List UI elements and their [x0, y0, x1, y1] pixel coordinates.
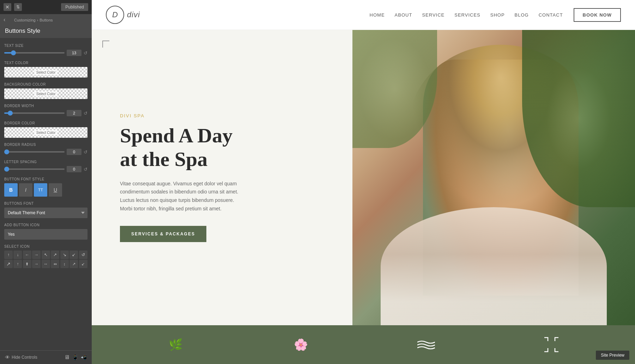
icon-nw-arrow[interactable]: ↖ — [42, 251, 50, 259]
border-width-slider-row: ↺ — [4, 110, 87, 116]
letter-spacing-reset[interactable]: ↺ — [84, 167, 87, 172]
site-logo: D divi — [106, 6, 140, 24]
icon-h-double[interactable]: ↔ — [42, 260, 50, 268]
text-color-label: TEXT COLOR — [4, 61, 87, 65]
footer-icon-2: 🌸 — [292, 336, 310, 353]
panel-bottom: 👁 Hide Controls 🖥 📱 📲 — [0, 350, 92, 364]
border-radius-slider[interactable] — [4, 151, 65, 153]
border-width-slider[interactable] — [4, 112, 65, 114]
device-buttons: 🖥 📱 📲 — [64, 354, 87, 360]
select-icon-label: SELECT ICON — [4, 245, 87, 248]
desktop-view-button[interactable]: 🖥 — [64, 354, 70, 360]
border-color-label: BORDER COLOR — [4, 121, 87, 125]
nav-service[interactable]: SERVICE — [422, 12, 445, 18]
mobile-view-button[interactable]: 📲 — [81, 354, 87, 360]
letter-spacing-input[interactable] — [67, 166, 81, 172]
nav-about[interactable]: ABOUT — [395, 12, 412, 18]
breadcrumb-parent: Customizing — [14, 18, 36, 22]
hero-description: Vitae consequat augue. Vivamus eget dolo… — [120, 180, 247, 213]
text-size-slider[interactable] — [4, 52, 65, 54]
icon-rotate[interactable]: ↺ — [79, 251, 87, 259]
close-button[interactable]: ✕ — [4, 3, 11, 11]
icon-curve-up[interactable]: ↗ — [4, 260, 13, 268]
add-button-icon-control: ADD BUTTON ICON — [4, 223, 87, 240]
bold-button[interactable]: B — [4, 183, 18, 197]
site-preview: D divi HOME ABOUT SERVICE SERVICES SHOP … — [92, 0, 635, 364]
sort-icon: ⇅ — [16, 5, 20, 10]
logo-circle: D — [106, 6, 124, 24]
waves-icon — [417, 336, 435, 353]
icon-down-arrow[interactable]: ↓ — [13, 251, 22, 259]
letter-spacing-control: LETTER SPACING ↺ — [4, 160, 87, 172]
letter-spacing-slider[interactable] — [4, 168, 65, 170]
nav-blog[interactable]: BLOG — [515, 12, 529, 18]
border-radius-label: BORDER RADIUS — [4, 143, 87, 147]
text-color-control: TEXT COLOR Select Color — [4, 61, 87, 78]
text-size-reset[interactable]: ↺ — [84, 50, 87, 56]
panel-title: Buttons Style — [5, 27, 87, 35]
italic-button[interactable]: I — [19, 183, 32, 197]
icon-grid: ↑ ↓ ← → ↖ ↗ ↘ ↙ ↺ ↗ ↑ ⬆ → ↔ ⇔ ↕ ↗ ↙ — [4, 251, 87, 268]
background-color-picker[interactable]: Select Color — [4, 88, 87, 99]
uppercase-button[interactable]: TT — [34, 183, 47, 197]
icon-up-arrow[interactable]: ↑ — [4, 251, 13, 259]
sort-button[interactable]: ⇅ — [14, 3, 22, 11]
text-size-label: TEXT SIZE — [4, 44, 87, 48]
icon-h-arrows[interactable]: → — [32, 260, 41, 268]
icon-expand-v[interactable]: ↕ — [60, 260, 69, 268]
back-arrow-icon[interactable]: ‹ — [4, 17, 5, 23]
underline-button[interactable]: U — [49, 183, 62, 197]
border-width-reset[interactable]: ↺ — [84, 111, 87, 116]
breadcrumb-section: ‹ Customizing › Buttons — [0, 14, 92, 25]
border-color-picker[interactable]: Select Color — [4, 127, 87, 138]
nav-shop[interactable]: SHOP — [490, 12, 505, 18]
icon-ne-thin[interactable]: ↗ — [69, 260, 78, 268]
icon-sw-arrow[interactable]: ↙ — [69, 251, 78, 259]
leaf-icon: 🌿 — [167, 336, 185, 353]
cta-button[interactable]: SERVICES & PACKAGES — [120, 226, 206, 242]
border-radius-control: BORDER RADIUS ↺ — [4, 143, 87, 155]
border-color-picker-label: Select Color — [34, 130, 58, 135]
icon-se-arrow[interactable]: ↘ — [60, 251, 69, 259]
site-nav: HOME ABOUT SERVICE SERVICES SHOP BLOG CO… — [370, 12, 563, 18]
site-preview-button[interactable]: Site Preview — [596, 351, 629, 360]
font-style-buttons: B I TT U — [4, 183, 87, 197]
icon-left-arrow[interactable]: ← — [23, 251, 31, 259]
nav-contact[interactable]: CONTACT — [539, 12, 563, 18]
add-button-icon-input[interactable] — [4, 229, 87, 240]
panel-content: TEXT SIZE ↺ TEXT COLOR Select Color BACK… — [0, 38, 92, 350]
close-icon: ✕ — [5, 4, 10, 10]
border-radius-input[interactable] — [67, 149, 81, 155]
text-size-input[interactable] — [67, 50, 81, 56]
nav-services[interactable]: SERVICES — [454, 12, 480, 18]
border-radius-reset[interactable]: ↺ — [84, 149, 87, 155]
hero-section: DIVI SPA Spend A Dayat the Spa Vitae con… — [92, 30, 635, 325]
letter-spacing-label: LETTER SPACING — [4, 160, 87, 164]
buttons-font-select-wrapper: Default Theme Font Arial Georgia Helveti… — [4, 208, 87, 218]
tablet-view-button[interactable]: 📱 — [72, 354, 79, 360]
icon-right-arrow[interactable]: → — [32, 251, 41, 259]
border-width-input[interactable] — [67, 110, 81, 116]
icon-misc[interactable]: ↙ — [79, 260, 87, 268]
border-width-label: BORDER WIDTH — [4, 104, 87, 108]
border-color-control: BORDER COLOR Select Color — [4, 121, 87, 138]
nav-home[interactable]: HOME — [370, 12, 385, 18]
buttons-font-select[interactable]: Default Theme Font Arial Georgia Helveti… — [4, 208, 87, 218]
icon-up-thin[interactable]: ↑ — [13, 260, 22, 268]
icon-branch-up[interactable]: ⬆ — [23, 260, 31, 268]
flower-icon: 🌸 — [292, 336, 310, 353]
logo-letter: D — [112, 10, 118, 19]
text-size-control: TEXT SIZE ↺ — [4, 44, 87, 56]
published-button[interactable]: Published — [61, 3, 88, 11]
corner-bracket-icon — [102, 41, 109, 48]
icon-ne-arrow[interactable]: ↗ — [51, 251, 59, 259]
footer-icon-4 — [543, 336, 560, 353]
hide-controls-label: Hide Controls — [12, 355, 37, 360]
book-now-button[interactable]: BOOK NOW — [574, 8, 621, 22]
icon-expand-h[interactable]: ⇔ — [51, 260, 59, 268]
hide-controls-button[interactable]: 👁 Hide Controls — [5, 354, 37, 360]
text-color-picker[interactable]: Select Color — [4, 67, 87, 78]
button-font-style-control: BUTTON FONT STYLE B I TT U — [4, 177, 87, 197]
border-radius-slider-row: ↺ — [4, 149, 87, 155]
buttons-font-label: BUTTONS FONT — [4, 202, 87, 205]
